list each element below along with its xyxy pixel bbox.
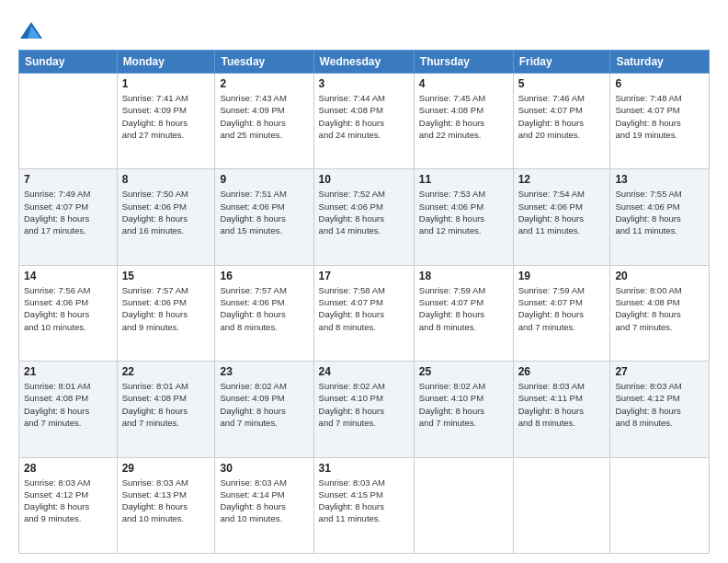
day-info: Sunrise: 7:59 AM Sunset: 4:07 PM Dayligh… (419, 284, 508, 333)
calendar-cell: 10Sunrise: 7:52 AM Sunset: 4:06 PM Dayli… (313, 169, 414, 265)
day-number: 28 (24, 462, 112, 475)
day-info: Sunrise: 7:50 AM Sunset: 4:06 PM Dayligh… (122, 188, 210, 236)
day-number: 3 (319, 77, 409, 90)
week-row-4: 21Sunrise: 8:01 AM Sunset: 4:08 PM Dayli… (19, 362, 710, 457)
logo (18, 18, 48, 44)
calendar: SundayMondayTuesdayWednesdayThursdayFrid… (18, 50, 710, 554)
day-info: Sunrise: 7:52 AM Sunset: 4:06 PM Dayligh… (319, 188, 409, 236)
day-number: 19 (518, 270, 606, 282)
day-info: Sunrise: 7:48 AM Sunset: 4:07 PM Dayligh… (615, 92, 704, 141)
day-info: Sunrise: 7:51 AM Sunset: 4:06 PM Dayligh… (220, 188, 308, 236)
day-number: 30 (220, 462, 308, 475)
page: SundayMondayTuesdayWednesdayThursdayFrid… (0, 0, 728, 563)
day-info: Sunrise: 8:01 AM Sunset: 4:08 PM Dayligh… (24, 380, 112, 429)
calendar-cell: 7Sunrise: 7:49 AM Sunset: 4:07 PM Daylig… (19, 169, 118, 265)
day-info: Sunrise: 7:57 AM Sunset: 4:06 PM Dayligh… (220, 284, 308, 333)
day-number: 6 (615, 77, 704, 90)
day-number: 15 (122, 270, 210, 282)
day-number: 9 (220, 173, 308, 186)
weekday-header-friday: Friday (513, 51, 610, 74)
calendar-cell (19, 74, 118, 169)
day-number: 23 (220, 365, 308, 378)
day-info: Sunrise: 7:57 AM Sunset: 4:06 PM Dayligh… (122, 284, 210, 333)
day-number: 31 (319, 462, 409, 475)
calendar-cell (513, 457, 610, 553)
weekday-header-thursday: Thursday (414, 51, 513, 74)
calendar-cell: 15Sunrise: 7:57 AM Sunset: 4:06 PM Dayli… (117, 265, 215, 361)
calendar-cell: 21Sunrise: 8:01 AM Sunset: 4:08 PM Dayli… (19, 362, 118, 457)
day-number: 26 (518, 365, 606, 378)
calendar-cell: 12Sunrise: 7:54 AM Sunset: 4:06 PM Dayli… (513, 169, 610, 265)
calendar-cell: 31Sunrise: 8:03 AM Sunset: 4:15 PM Dayli… (313, 457, 414, 553)
day-info: Sunrise: 7:54 AM Sunset: 4:06 PM Dayligh… (518, 188, 606, 236)
week-row-2: 7Sunrise: 7:49 AM Sunset: 4:07 PM Daylig… (19, 169, 710, 265)
day-info: Sunrise: 7:58 AM Sunset: 4:07 PM Dayligh… (319, 284, 409, 333)
day-number: 1 (122, 77, 210, 90)
weekday-header-monday: Monday (117, 51, 215, 74)
calendar-cell: 22Sunrise: 8:01 AM Sunset: 4:08 PM Dayli… (117, 362, 215, 457)
day-number: 5 (518, 77, 606, 90)
day-number: 7 (24, 173, 112, 186)
week-row-1: 1Sunrise: 7:41 AM Sunset: 4:09 PM Daylig… (19, 74, 710, 169)
day-number: 10 (319, 173, 409, 186)
day-number: 20 (615, 270, 704, 282)
day-info: Sunrise: 7:46 AM Sunset: 4:07 PM Dayligh… (518, 92, 606, 141)
day-number: 4 (419, 77, 508, 90)
day-info: Sunrise: 8:01 AM Sunset: 4:08 PM Dayligh… (122, 380, 210, 429)
day-number: 22 (122, 365, 210, 378)
day-info: Sunrise: 8:02 AM Sunset: 4:10 PM Dayligh… (319, 380, 409, 429)
calendar-cell: 8Sunrise: 7:50 AM Sunset: 4:06 PM Daylig… (117, 169, 215, 265)
day-info: Sunrise: 8:03 AM Sunset: 4:13 PM Dayligh… (122, 477, 210, 525)
calendar-cell: 18Sunrise: 7:59 AM Sunset: 4:07 PM Dayli… (414, 265, 513, 361)
day-number: 18 (419, 270, 508, 282)
day-number: 16 (220, 270, 308, 282)
calendar-cell: 27Sunrise: 8:03 AM Sunset: 4:12 PM Dayli… (610, 362, 710, 457)
day-info: Sunrise: 8:03 AM Sunset: 4:11 PM Dayligh… (518, 380, 606, 429)
day-info: Sunrise: 7:49 AM Sunset: 4:07 PM Dayligh… (24, 188, 112, 236)
day-info: Sunrise: 7:55 AM Sunset: 4:06 PM Dayligh… (615, 188, 704, 236)
calendar-cell (414, 457, 513, 553)
weekday-header-tuesday: Tuesday (215, 51, 313, 74)
calendar-cell: 26Sunrise: 8:03 AM Sunset: 4:11 PM Dayli… (513, 362, 610, 457)
calendar-cell: 28Sunrise: 8:03 AM Sunset: 4:12 PM Dayli… (19, 457, 118, 553)
day-number: 17 (319, 270, 409, 282)
calendar-cell: 23Sunrise: 8:02 AM Sunset: 4:09 PM Dayli… (215, 362, 313, 457)
calendar-cell: 16Sunrise: 7:57 AM Sunset: 4:06 PM Dayli… (215, 265, 313, 361)
day-info: Sunrise: 8:03 AM Sunset: 4:12 PM Dayligh… (24, 477, 112, 525)
day-number: 27 (615, 365, 704, 378)
calendar-cell: 14Sunrise: 7:56 AM Sunset: 4:06 PM Dayli… (19, 265, 118, 361)
logo-icon (18, 18, 44, 44)
day-info: Sunrise: 7:43 AM Sunset: 4:09 PM Dayligh… (220, 92, 308, 141)
day-number: 24 (319, 365, 409, 378)
calendar-cell: 2Sunrise: 7:43 AM Sunset: 4:09 PM Daylig… (215, 74, 313, 169)
week-row-5: 28Sunrise: 8:03 AM Sunset: 4:12 PM Dayli… (19, 457, 710, 553)
day-number: 12 (518, 173, 606, 186)
day-info: Sunrise: 8:00 AM Sunset: 4:08 PM Dayligh… (615, 284, 704, 333)
calendar-cell: 3Sunrise: 7:44 AM Sunset: 4:08 PM Daylig… (313, 74, 414, 169)
day-info: Sunrise: 7:41 AM Sunset: 4:09 PM Dayligh… (122, 92, 210, 141)
weekday-header-wednesday: Wednesday (313, 51, 414, 74)
weekday-header-row: SundayMondayTuesdayWednesdayThursdayFrid… (19, 51, 710, 74)
day-info: Sunrise: 7:56 AM Sunset: 4:06 PM Dayligh… (24, 284, 112, 333)
calendar-cell: 11Sunrise: 7:53 AM Sunset: 4:06 PM Dayli… (414, 169, 513, 265)
weekday-header-sunday: Sunday (19, 51, 118, 74)
calendar-cell: 13Sunrise: 7:55 AM Sunset: 4:06 PM Dayli… (610, 169, 710, 265)
calendar-cell: 4Sunrise: 7:45 AM Sunset: 4:08 PM Daylig… (414, 74, 513, 169)
day-number: 8 (122, 173, 210, 186)
calendar-cell: 5Sunrise: 7:46 AM Sunset: 4:07 PM Daylig… (513, 74, 610, 169)
day-number: 14 (24, 270, 112, 282)
calendar-cell: 25Sunrise: 8:02 AM Sunset: 4:10 PM Dayli… (414, 362, 513, 457)
calendar-cell: 29Sunrise: 8:03 AM Sunset: 4:13 PM Dayli… (117, 457, 215, 553)
weekday-header-saturday: Saturday (610, 51, 710, 74)
day-info: Sunrise: 7:44 AM Sunset: 4:08 PM Dayligh… (319, 92, 409, 141)
day-number: 2 (220, 77, 308, 90)
header (18, 15, 710, 44)
day-number: 29 (122, 462, 210, 475)
calendar-cell: 24Sunrise: 8:02 AM Sunset: 4:10 PM Dayli… (313, 362, 414, 457)
week-row-3: 14Sunrise: 7:56 AM Sunset: 4:06 PM Dayli… (19, 265, 710, 361)
calendar-cell: 6Sunrise: 7:48 AM Sunset: 4:07 PM Daylig… (610, 74, 710, 169)
calendar-cell (610, 457, 710, 553)
day-info: Sunrise: 8:03 AM Sunset: 4:15 PM Dayligh… (319, 477, 409, 525)
calendar-cell: 1Sunrise: 7:41 AM Sunset: 4:09 PM Daylig… (117, 74, 215, 169)
day-number: 21 (24, 365, 112, 378)
